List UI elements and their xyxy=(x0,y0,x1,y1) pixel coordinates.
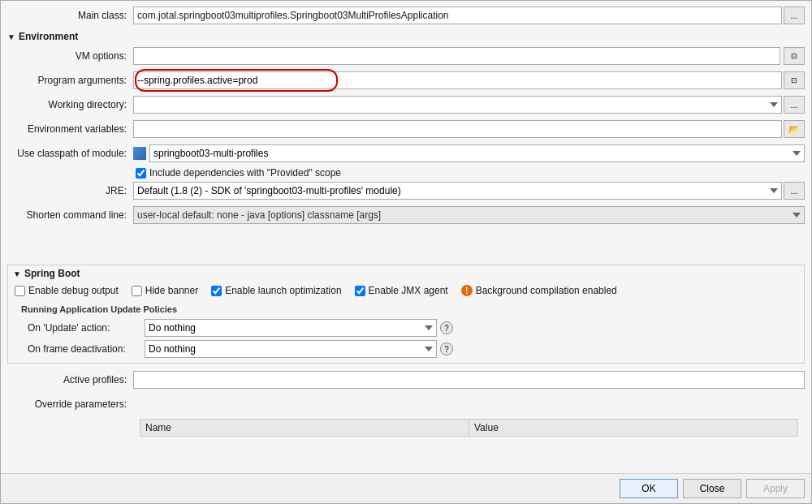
warning-icon: ! xyxy=(461,285,473,296)
enable-jmx-agent-label[interactable]: Enable JMX agent xyxy=(355,285,448,296)
module-icon xyxy=(133,147,146,160)
enable-debug-output-label[interactable]: Enable debug output xyxy=(15,285,119,296)
enable-launch-optimization-text: Enable launch optimization xyxy=(225,285,341,296)
environment-variables-folder-button[interactable]: 📂 xyxy=(784,120,805,138)
shorten-command-line-label: Shorten command line: xyxy=(7,209,133,221)
background-compilation-container: ! Background compilation enabled xyxy=(461,285,617,296)
spring-boot-collapse-icon[interactable]: ▼ xyxy=(13,269,21,278)
hide-banner-text: Hide banner xyxy=(145,285,198,296)
table-name-header: Name xyxy=(140,420,469,436)
on-update-select[interactable]: Do nothing Update classes and resources … xyxy=(145,319,437,337)
ok-button[interactable]: OK xyxy=(620,479,678,498)
vm-options-expand-button[interactable]: ⊡ xyxy=(784,47,805,65)
on-frame-deactivation-label: On frame deactivation: xyxy=(15,343,145,355)
environment-section-title: Environment xyxy=(19,31,78,42)
hide-banner-checkbox[interactable] xyxy=(132,286,142,296)
main-class-input[interactable] xyxy=(133,6,782,24)
environment-variables-label: Environment variables: xyxy=(7,123,133,135)
spring-boot-section-title: Spring Boot xyxy=(24,268,80,279)
enable-debug-output-text: Enable debug output xyxy=(28,285,119,296)
on-update-help-icon: ? xyxy=(440,321,453,334)
program-arguments-input[interactable] xyxy=(133,71,782,89)
working-directory-browse-button[interactable]: ... xyxy=(784,96,805,114)
environment-collapse-icon[interactable]: ▼ xyxy=(7,32,15,41)
working-directory-select[interactable] xyxy=(133,96,782,114)
environment-variables-input[interactable] xyxy=(133,120,782,138)
enable-launch-optimization-label[interactable]: Enable launch optimization xyxy=(211,285,341,296)
enable-jmx-agent-text: Enable JMX agent xyxy=(369,285,448,296)
enable-launch-optimization-checkbox[interactable] xyxy=(211,286,222,296)
background-compilation-text: Background compilation enabled xyxy=(476,285,617,296)
use-classpath-select[interactable]: springboot03-multi-profiles xyxy=(149,144,805,162)
jre-select[interactable]: Default (1.8 (2) - SDK of 'springboot03-… xyxy=(133,182,782,200)
use-classpath-label: Use classpath of module: xyxy=(7,148,133,159)
active-profiles-input[interactable] xyxy=(133,371,805,389)
active-profiles-label: Active profiles: xyxy=(7,374,133,386)
main-class-browse-button[interactable]: ... xyxy=(784,6,805,24)
close-button[interactable]: Close xyxy=(683,479,741,498)
vm-options-input[interactable] xyxy=(133,47,780,65)
apply-button[interactable]: Apply xyxy=(746,479,805,498)
include-dependencies-checkbox[interactable] xyxy=(136,168,146,179)
table-value-header: Value xyxy=(469,420,797,436)
jre-label: JRE: xyxy=(7,185,133,196)
on-frame-deactivation-select[interactable]: Do nothing Update classes and resources … xyxy=(145,340,437,358)
policies-title: Running Application Update Policies xyxy=(15,301,797,317)
enable-debug-output-checkbox[interactable] xyxy=(15,286,25,296)
vm-options-label: VM options: xyxy=(7,50,133,62)
main-class-label: Main class: xyxy=(7,10,133,21)
enable-jmx-agent-checkbox[interactable] xyxy=(355,286,365,296)
on-update-label: On 'Update' action: xyxy=(15,322,145,334)
shorten-command-line-select[interactable]: user-local default: none - java [options… xyxy=(133,206,805,224)
include-dependencies-text: Include dependencies with "Provided" sco… xyxy=(149,167,341,179)
working-directory-label: Working directory: xyxy=(7,99,133,110)
include-dependencies-checkbox-label[interactable]: Include dependencies with "Provided" sco… xyxy=(136,167,341,179)
program-arguments-expand-button[interactable]: ⊡ xyxy=(784,71,805,89)
override-parameters-label: Override parameters: xyxy=(7,398,133,410)
on-frame-deactivation-help-icon: ? xyxy=(440,342,453,355)
hide-banner-label[interactable]: Hide banner xyxy=(132,285,198,296)
jre-browse-button[interactable]: ... xyxy=(784,182,805,200)
program-arguments-label: Program arguments: xyxy=(7,75,133,86)
